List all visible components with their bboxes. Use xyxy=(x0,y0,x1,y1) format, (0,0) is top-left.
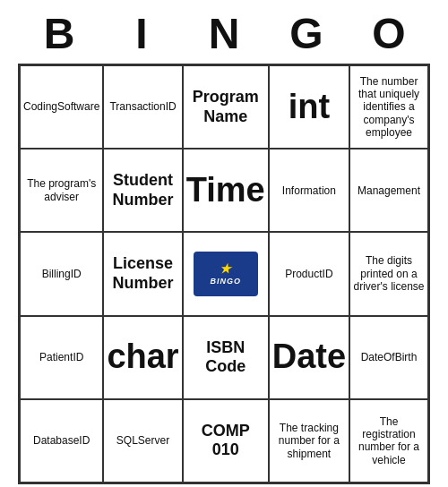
cell-0-1: TransactionID xyxy=(103,65,182,149)
cell-1-1: Student Number xyxy=(103,149,182,232)
cell-3-0: PatientID xyxy=(20,316,103,399)
cell-4-3: The tracking number for a shipment xyxy=(269,399,349,483)
cell-1-4: Management xyxy=(349,149,428,232)
cell-1-2: Time xyxy=(183,149,269,232)
bingo-header: B I N G O xyxy=(18,0,430,64)
letter-o: O xyxy=(351,9,426,58)
letter-b: B xyxy=(22,9,97,58)
cell-0-4: The number that uniquely identifies a co… xyxy=(349,65,428,149)
cell-3-4: DateOfBirth xyxy=(349,316,428,399)
cell-0-0: CodingSoftware xyxy=(20,65,103,149)
cell-4-1: SQLServer xyxy=(103,399,182,483)
cell-1-0: The program's adviser xyxy=(20,149,103,232)
bingo-logo: ★ BINGO xyxy=(194,252,258,296)
cell-0-3: int xyxy=(269,65,349,149)
letter-i: I xyxy=(104,9,179,58)
cell-4-2: COMP 010 xyxy=(183,399,269,483)
cell-0-2: Program Name xyxy=(183,65,269,149)
letter-n: N xyxy=(186,9,262,58)
cell-2-1: License Number xyxy=(103,232,182,315)
cell-2-4: The digits printed on a driver's license xyxy=(349,232,428,315)
cell-3-2: ISBN Code xyxy=(183,316,269,399)
bingo-grid: CodingSoftware TransactionID Program Nam… xyxy=(18,64,430,484)
cell-4-0: DatabaseID xyxy=(20,399,103,483)
cell-3-3: Date xyxy=(269,316,349,399)
cell-3-1: char xyxy=(103,316,182,399)
cell-1-3: Information xyxy=(269,149,349,232)
cell-2-0: BillingID xyxy=(20,232,103,315)
letter-g: G xyxy=(269,9,344,58)
cell-2-3: ProductID xyxy=(269,232,349,315)
cell-4-4: The registration number for a vehicle xyxy=(349,399,428,483)
cell-2-2-free: ★ BINGO xyxy=(183,232,269,315)
